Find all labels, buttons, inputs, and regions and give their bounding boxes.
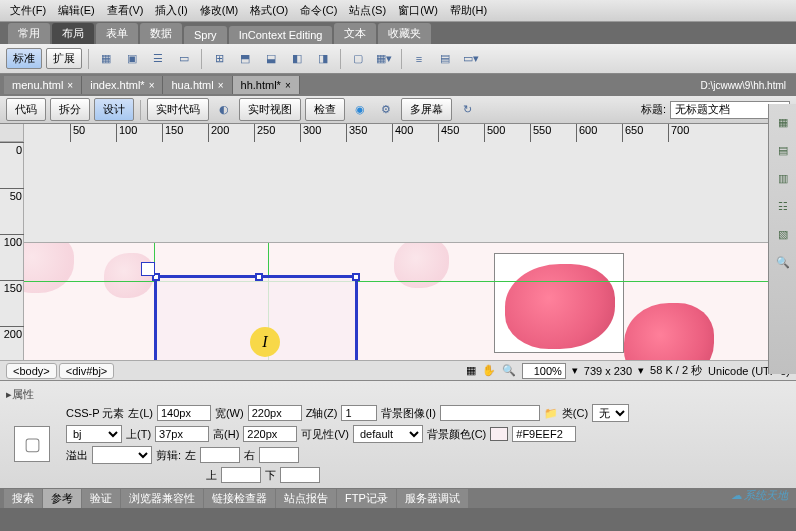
insert-div-icon[interactable]: ▦ xyxy=(95,48,117,70)
files-icon[interactable]: ☷ xyxy=(773,196,793,216)
live-code-button[interactable]: 实时代码 xyxy=(147,98,209,121)
resize-handle[interactable] xyxy=(352,273,360,281)
spry-menu-icon[interactable]: ☰ xyxy=(147,48,169,70)
frames-icon[interactable]: ▦▾ xyxy=(373,48,395,70)
page-body[interactable]: I xyxy=(24,243,796,361)
category-tab-incontext[interactable]: InContext Editing xyxy=(229,26,333,44)
doc-tab-menu[interactable]: menu.html× xyxy=(4,76,82,94)
doc-tab-index[interactable]: index.html*× xyxy=(82,76,163,94)
window-size[interactable]: 739 x 230 xyxy=(584,365,632,377)
results-tab-browsercompatibility[interactable]: 浏览器兼容性 xyxy=(121,489,203,508)
category-tab-forms[interactable]: 表单 xyxy=(96,23,138,44)
category-tab-data[interactable]: 数据 xyxy=(140,23,182,44)
insert-row-above-icon[interactable]: ⬒ xyxy=(234,48,256,70)
results-tab-linkchecker[interactable]: 链接检查器 xyxy=(204,489,275,508)
inspect-icon[interactable]: 🔍 xyxy=(773,252,793,272)
category-tab-text[interactable]: 文本 xyxy=(334,23,376,44)
visibility-select[interactable]: default xyxy=(353,425,423,443)
spry-collapsible-icon[interactable]: ▤ xyxy=(434,48,456,70)
refresh-icon[interactable]: ↻ xyxy=(456,99,478,121)
menu-insert[interactable]: 插入(I) xyxy=(149,3,193,18)
css-styles-icon[interactable]: ▦ xyxy=(773,112,793,132)
category-tab-common[interactable]: 常用 xyxy=(8,23,50,44)
ruler-horizontal[interactable]: 50 100 150 200 250 300 350 400 450 500 5… xyxy=(24,124,796,243)
ap-elements-icon[interactable]: ▤ xyxy=(773,140,793,160)
results-tab-reference[interactable]: 参考 xyxy=(43,489,81,508)
close-icon[interactable]: × xyxy=(218,80,224,91)
zindex-input[interactable] xyxy=(341,405,377,421)
left-input[interactable] xyxy=(157,405,211,421)
live-view-button[interactable]: 实时视图 xyxy=(239,98,301,121)
bgimage-input[interactable] xyxy=(440,405,540,421)
bgcolor-swatch[interactable] xyxy=(490,427,508,441)
results-tab-serverdebug[interactable]: 服务器调试 xyxy=(397,489,468,508)
id-select[interactable]: bj xyxy=(66,425,122,443)
address-icon[interactable]: ⚙ xyxy=(375,99,397,121)
doc-tab-hua[interactable]: hua.html× xyxy=(163,76,232,94)
close-icon[interactable]: × xyxy=(149,80,155,91)
tag-selector-body[interactable]: <body> xyxy=(6,363,57,379)
spry-tooltip-icon[interactable]: ▭▾ xyxy=(460,48,482,70)
doc-tab-hh[interactable]: hh.html*× xyxy=(233,76,300,94)
menu-help[interactable]: 帮助(H) xyxy=(444,3,493,18)
results-tab-search[interactable]: 搜索 xyxy=(4,489,42,508)
zoom-tool-icon[interactable]: 🔍 xyxy=(502,364,516,377)
menu-file[interactable]: 文件(F) xyxy=(4,3,52,18)
tag-selector-div[interactable]: <div#bj> xyxy=(59,363,115,379)
category-tab-favorites[interactable]: 收藏夹 xyxy=(378,23,431,44)
guide-horizontal[interactable] xyxy=(24,281,796,282)
top-input[interactable] xyxy=(155,426,209,442)
close-icon[interactable]: × xyxy=(285,80,291,91)
anchor-icon[interactable] xyxy=(141,262,155,276)
insert-apdiv-icon[interactable]: ▣ xyxy=(121,48,143,70)
zoom-dropdown-icon[interactable]: ▾ xyxy=(572,364,578,377)
menu-window[interactable]: 窗口(W) xyxy=(392,3,444,18)
hand-tool-icon[interactable]: ✋ xyxy=(482,364,496,377)
menu-modify[interactable]: 修改(M) xyxy=(194,3,245,18)
panel-title[interactable]: ▸ 属性 xyxy=(6,385,790,404)
design-canvas[interactable]: I xyxy=(24,243,796,361)
insert-row-below-icon[interactable]: ⬓ xyxy=(260,48,282,70)
bgcolor-input[interactable] xyxy=(512,426,576,442)
menu-format[interactable]: 格式(O) xyxy=(244,3,294,18)
spry-accordion-icon[interactable]: ≡ xyxy=(408,48,430,70)
clip-top-input[interactable] xyxy=(221,467,261,483)
menu-edit[interactable]: 编辑(E) xyxy=(52,3,101,18)
spry-tabbed-icon[interactable]: ▭ xyxy=(173,48,195,70)
multiscreen-button[interactable]: 多屏幕 xyxy=(401,98,452,121)
inspect-button[interactable]: 检查 xyxy=(305,98,345,121)
insert-col-left-icon[interactable]: ◧ xyxy=(286,48,308,70)
close-icon[interactable]: × xyxy=(67,80,73,91)
menu-commands[interactable]: 命令(C) xyxy=(294,3,343,18)
zoom-input[interactable] xyxy=(522,363,566,379)
menu-view[interactable]: 查看(V) xyxy=(101,3,150,18)
view-split-button[interactable]: 拆分 xyxy=(50,98,90,121)
clip-left-input[interactable] xyxy=(200,447,240,463)
mode-expanded-button[interactable]: 扩展 xyxy=(46,48,82,69)
category-tab-layout[interactable]: 布局 xyxy=(52,23,94,44)
table-icon[interactable]: ⊞ xyxy=(208,48,230,70)
mode-standard-button[interactable]: 标准 xyxy=(6,48,42,69)
snippets-icon[interactable]: ▧ xyxy=(773,224,793,244)
iframe-icon[interactable]: ▢ xyxy=(347,48,369,70)
results-tab-sitereports[interactable]: 站点报告 xyxy=(276,489,336,508)
resize-handle[interactable] xyxy=(255,273,263,281)
results-tab-validate[interactable]: 验证 xyxy=(82,489,120,508)
image-frame[interactable] xyxy=(494,253,624,353)
clip-bottom-input[interactable] xyxy=(280,467,320,483)
inspect-icon[interactable]: ◐ xyxy=(213,99,235,121)
results-tab-ftplog[interactable]: FTP记录 xyxy=(337,489,396,508)
insert-col-right-icon[interactable]: ◨ xyxy=(312,48,334,70)
class-select[interactable]: 无 xyxy=(592,404,629,422)
view-design-button[interactable]: 设计 xyxy=(94,98,134,121)
width-input[interactable] xyxy=(248,405,302,421)
browser-preview-icon[interactable]: ◉ xyxy=(349,99,371,121)
select-tool-icon[interactable]: ▦ xyxy=(466,364,476,377)
clip-right-input[interactable] xyxy=(259,447,299,463)
dropdown-icon[interactable]: ▾ xyxy=(638,364,644,377)
category-tab-spry[interactable]: Spry xyxy=(184,26,227,44)
menu-site[interactable]: 站点(S) xyxy=(343,3,392,18)
assets-icon[interactable]: ▥ xyxy=(773,168,793,188)
ruler-vertical[interactable]: 0 50 100 150 200 xyxy=(0,142,24,360)
browse-folder-icon[interactable]: 📁 xyxy=(544,407,558,420)
